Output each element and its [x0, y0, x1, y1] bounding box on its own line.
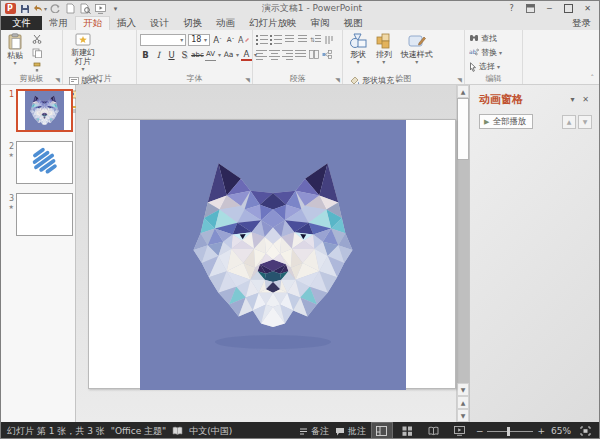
save-icon[interactable] — [18, 2, 32, 15]
pane-options-icon[interactable]: ▾ — [566, 94, 579, 106]
notes-button[interactable]: 备注 — [299, 425, 329, 438]
proofing-icon[interactable] — [172, 426, 183, 436]
tab-file[interactable]: 文件 — [1, 16, 42, 30]
format-painter-icon[interactable] — [31, 60, 43, 73]
justify-icon[interactable] — [295, 49, 306, 61]
new-slide-button[interactable]: 新建幻灯片 ▾ — [66, 32, 100, 74]
theme-name[interactable]: "Office 主题" — [111, 425, 166, 438]
play-all-button[interactable]: ▶ 全部播放 — [479, 114, 533, 129]
close-button[interactable]: ✕ — [578, 2, 597, 15]
powerpoint-logo-icon[interactable]: P — [3, 2, 17, 15]
replace-button[interactable]: ab 替换▾ — [468, 46, 503, 59]
tab-transitions[interactable]: 切换 — [176, 16, 209, 30]
normal-view-button[interactable] — [372, 423, 392, 439]
tab-insert[interactable]: 插入 — [110, 16, 143, 30]
language-indicator[interactable]: 中文(中国) — [189, 425, 232, 438]
wolf-image[interactable] — [140, 120, 406, 390]
text-direction-icon[interactable] — [323, 34, 334, 46]
print-preview-icon[interactable] — [78, 2, 92, 15]
ribbon-display-options-button[interactable] — [521, 2, 540, 15]
slideshow-view-button[interactable] — [450, 423, 470, 439]
zoom-level[interactable]: 65% — [551, 426, 571, 436]
tab-review[interactable]: 审阅 — [304, 16, 337, 30]
paste-button[interactable]: 粘贴 ▾ — [4, 32, 26, 74]
slide-editor[interactable] — [76, 85, 456, 422]
tab-home[interactable]: 开始 — [75, 16, 110, 30]
text-shadow-button[interactable]: S — [179, 49, 190, 61]
strikethrough-button[interactable]: abc — [192, 49, 203, 61]
zoom-slider-thumb[interactable] — [507, 427, 510, 436]
editor-scrollbar[interactable]: ▲ ▼ ▲ ▼ — [456, 85, 469, 422]
scroll-down-icon[interactable]: ▼ — [457, 383, 469, 396]
tab-slideshow[interactable]: 幻灯片放映 — [242, 16, 304, 30]
select-button[interactable]: 选择▾ — [468, 60, 503, 73]
paragraph-dialog-launcher-icon[interactable]: ◥ — [334, 76, 341, 83]
tab-view[interactable]: 视图 — [337, 16, 370, 30]
drawing-dialog-launcher-icon[interactable]: ◥ — [456, 76, 463, 83]
copy-icon[interactable] — [31, 46, 43, 59]
find-button[interactable]: 查找 — [468, 32, 503, 45]
undo-icon[interactable]: ▾ — [33, 2, 47, 15]
slide-sorter-view-button[interactable] — [398, 423, 418, 439]
help-button[interactable]: ? — [502, 2, 521, 15]
arrange-button[interactable]: 排列 ▾ — [373, 32, 395, 74]
slideshow-icon[interactable] — [93, 2, 107, 15]
window-controls: ? ─ ✕ — [502, 2, 597, 15]
font-size-combo[interactable]: 18▾ — [188, 34, 210, 46]
line-spacing-icon[interactable]: ⇅ — [310, 34, 321, 46]
redo-icon[interactable] — [48, 2, 62, 15]
comments-button[interactable]: 批注 — [335, 425, 366, 438]
underline-button[interactable]: U — [166, 49, 177, 61]
new-document-icon[interactable] — [63, 2, 77, 15]
scrollbar-thumb[interactable] — [457, 98, 469, 160]
font-dialog-launcher-icon[interactable]: ◥ — [244, 76, 251, 83]
columns-icon[interactable] — [308, 49, 319, 61]
align-left-icon[interactable] — [256, 49, 267, 61]
scroll-up-icon[interactable]: ▲ — [457, 85, 469, 98]
zoom-out-icon[interactable]: − — [476, 426, 484, 436]
sign-in-link[interactable]: 登录 — [564, 16, 599, 30]
clear-formatting-icon[interactable]: A — [238, 34, 249, 46]
collapse-ribbon-icon[interactable]: ˄ — [591, 74, 595, 82]
customize-qat-icon[interactable]: ▾ — [108, 2, 122, 15]
align-right-icon[interactable] — [282, 49, 293, 61]
cut-icon[interactable] — [31, 32, 43, 45]
bold-button[interactable]: B — [140, 49, 151, 61]
tab-design[interactable]: 设计 — [143, 16, 176, 30]
change-case-button[interactable]: Aa — [223, 49, 234, 61]
clipboard-dialog-launcher-icon[interactable]: ◥ — [54, 76, 61, 83]
maximize-button[interactable] — [559, 2, 578, 15]
convert-to-smartart-icon[interactable] — [321, 49, 332, 61]
minimize-button[interactable]: ─ — [540, 2, 559, 15]
numbering-icon[interactable] — [270, 34, 282, 46]
slide-thumbnail-1[interactable]: 1 — [1, 89, 75, 132]
previous-slide-button[interactable]: ▲ — [457, 396, 469, 409]
shapes-button[interactable]: 形状 ▾ — [346, 32, 370, 74]
move-later-icon[interactable]: ▼ — [578, 115, 592, 129]
slide-thumbnail-2[interactable]: 2 ★ — [1, 141, 75, 184]
zoom-slider[interactable]: − + — [476, 426, 545, 436]
blank-slide-thumbnail[interactable] — [16, 193, 73, 236]
slide-counter[interactable]: 幻灯片 第 1 张，共 3 张 — [7, 425, 105, 438]
tab-changyong[interactable]: 常用 — [42, 16, 75, 30]
next-slide-button[interactable]: ▼ — [457, 409, 469, 422]
character-spacing-button[interactable]: AV — [205, 49, 216, 61]
tab-animations[interactable]: 动画 — [209, 16, 242, 30]
reading-view-button[interactable] — [424, 423, 444, 439]
pane-close-icon[interactable]: ✕ — [579, 94, 592, 106]
align-center-icon[interactable] — [269, 49, 280, 61]
slide-thumbnail-3[interactable]: 3 ★ — [1, 193, 75, 236]
shrink-font-icon[interactable]: Aˇ — [225, 34, 236, 46]
fit-to-window-icon[interactable] — [577, 423, 593, 439]
increase-indent-icon[interactable] — [297, 34, 308, 46]
decrease-indent-icon[interactable] — [284, 34, 295, 46]
grow-font-icon[interactable]: Aˆ — [212, 34, 223, 46]
bullets-icon[interactable] — [256, 34, 268, 46]
move-earlier-icon[interactable]: ▲ — [562, 115, 576, 129]
current-slide[interactable] — [88, 119, 456, 389]
zoom-in-icon[interactable]: + — [537, 426, 545, 436]
font-color-button[interactable]: A — [241, 49, 252, 61]
font-name-combo[interactable]: ▾ — [140, 34, 186, 46]
quick-styles-button[interactable]: 快速样式 ▾ — [398, 32, 436, 74]
italic-button[interactable]: I — [153, 49, 164, 61]
